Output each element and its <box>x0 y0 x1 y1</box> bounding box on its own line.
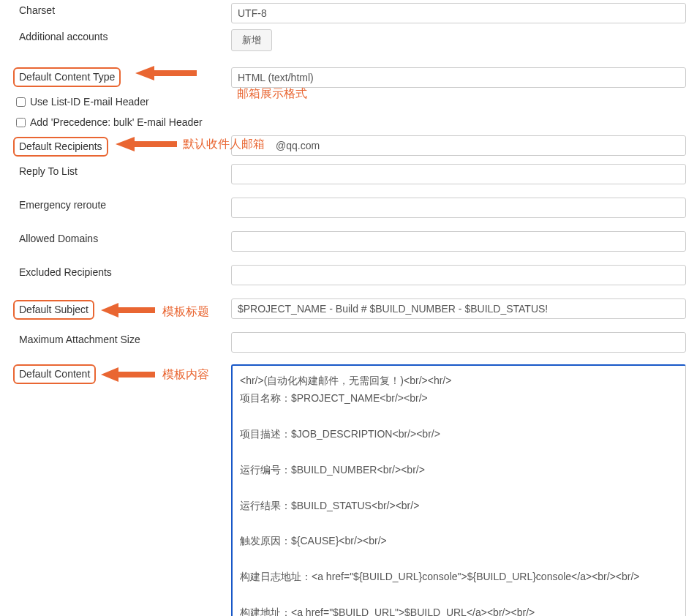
reply-to-list-input[interactable] <box>231 164 686 184</box>
label-emergency-reroute: Emergency reroute <box>0 195 231 215</box>
label-text: Charset <box>19 4 55 16</box>
label-text: Excluded Recipients <box>19 266 112 278</box>
label-charset: Charset <box>0 0 231 20</box>
label-text: Emergency reroute <box>19 199 106 211</box>
row-excluded-recipients: Excluded Recipients <box>0 262 686 296</box>
row-add-precedence: Add 'Precedence: bulk' E-mail Header <box>0 112 686 132</box>
emergency-reroute-input[interactable] <box>231 198 686 218</box>
row-allowed-domains: Allowed Domains <box>0 228 686 262</box>
default-content-type-select[interactable]: HTML (text/html) <box>231 67 686 88</box>
use-list-id-checkbox[interactable] <box>16 97 26 107</box>
label-use-list-id: Use List-ID E-mail Header <box>0 91 231 112</box>
label-add-precedence: Add 'Precedence: bulk' E-mail Header <box>0 112 231 132</box>
add-precedence-checkbox[interactable] <box>16 118 26 127</box>
allowed-domains-input[interactable] <box>231 231 686 252</box>
label-max-attachment-size: Maximum Attachment Size <box>0 329 231 350</box>
label-text: Allowed Domains <box>19 233 98 244</box>
label-text: Default Content <box>13 364 96 384</box>
default-content-textarea[interactable] <box>231 364 686 616</box>
row-reply-to-list: Reply To List <box>0 161 686 195</box>
default-recipients-input[interactable] <box>231 135 686 156</box>
row-default-content-type: Default Content Type HTML (text/html) 邮箱… <box>0 63 686 91</box>
label-reply-to-list: Reply To List <box>0 161 231 181</box>
row-default-recipients: Default Recipients 默认收件人邮箱 <box>0 132 686 161</box>
row-default-subject: Default Subject 模板标题 <box>0 296 686 329</box>
row-charset: Charset <box>0 0 686 26</box>
label-default-content-type: Default Content Type <box>0 63 231 91</box>
label-default-recipients: Default Recipients <box>0 132 231 161</box>
label-default-content: Default Content <box>0 363 231 388</box>
default-subject-input[interactable] <box>231 298 686 319</box>
label-text: Reply To List <box>19 165 78 177</box>
row-emergency-reroute: Emergency reroute <box>0 195 686 228</box>
charset-input[interactable] <box>231 3 686 23</box>
label-text: Default Subject <box>13 300 94 320</box>
label-text: Use List-ID E-mail Header <box>30 96 149 108</box>
row-use-list-id: Use List-ID E-mail Header <box>0 91 686 112</box>
label-text: Additional accounts <box>19 31 108 42</box>
label-text: Add 'Precedence: bulk' E-mail Header <box>30 116 203 128</box>
label-additional-accounts: Additional accounts <box>0 26 231 47</box>
max-attachment-size-input[interactable] <box>231 332 686 353</box>
label-text: Maximum Attachment Size <box>19 334 140 345</box>
row-default-content: Default Content 模板内容 <box>0 363 686 616</box>
row-max-attachment-size: Maximum Attachment Size <box>0 329 686 363</box>
email-config-form: Charset Additional accounts 新增 Default C… <box>0 0 686 616</box>
label-text: Default Recipients <box>13 137 108 157</box>
label-allowed-domains: Allowed Domains <box>0 228 231 249</box>
label-default-subject: Default Subject <box>0 296 231 324</box>
label-excluded-recipients: Excluded Recipients <box>0 262 231 282</box>
label-text: Default Content Type <box>13 67 121 87</box>
excluded-recipients-input[interactable] <box>231 265 686 285</box>
add-account-button[interactable]: 新增 <box>231 29 272 51</box>
row-additional-accounts: Additional accounts 新增 <box>0 26 686 63</box>
